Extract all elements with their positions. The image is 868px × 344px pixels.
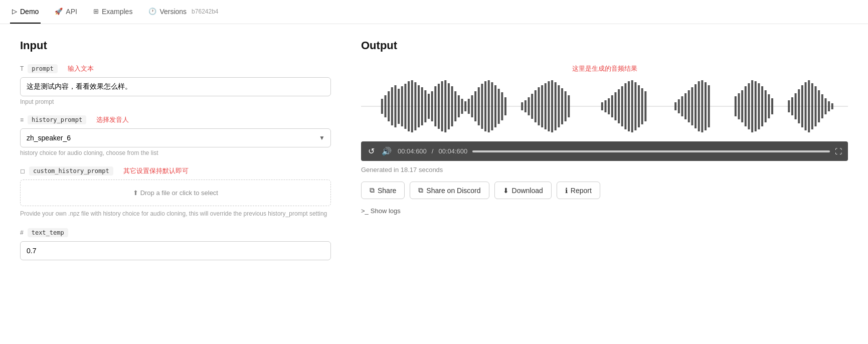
svg-rect-91 [788,100,790,112]
svg-rect-16 [431,91,433,121]
tab-api[interactable]: 🚀 API [53,1,79,24]
svg-rect-87 [761,86,763,126]
time-total: 00:04:600 [438,147,467,155]
upload-icon: ⬆ [133,189,138,197]
svg-rect-49 [555,82,557,130]
svg-rect-23 [454,91,456,121]
prompt-label-row: T prompt 输入文本 [20,64,331,73]
svg-rect-53 [568,95,570,117]
tab-examples[interactable]: ⊞ Examples [91,1,134,24]
svg-rect-6 [398,89,400,124]
show-logs-icon: >_ [361,207,369,215]
tab-versions[interactable]: 🕐 Versions b76242b4 [146,1,220,24]
file-drop-zone[interactable]: ⬆ Drop a file or click to select [20,180,331,206]
svg-rect-31 [481,84,483,129]
svg-rect-13 [421,87,423,125]
svg-rect-70 [681,96,683,116]
prompt-annotation: 输入文本 [68,64,94,73]
svg-rect-47 [548,81,550,131]
svg-rect-73 [691,87,693,125]
history-prompt-select[interactable]: zh_speaker_6 zh_speaker_1 zh_speaker_2 z… [20,128,331,147]
svg-rect-32 [484,81,486,131]
svg-rect-83 [748,83,750,129]
svg-rect-3 [388,91,390,121]
input-title: Input [20,39,331,52]
svg-rect-56 [608,98,610,114]
history-annotation: 选择发音人 [96,115,129,124]
svg-rect-43 [535,90,537,122]
svg-rect-92 [791,97,793,115]
share-label: Share [378,187,396,195]
text-temp-input[interactable] [20,241,331,260]
svg-rect-40 [525,100,527,112]
svg-rect-96 [805,82,807,130]
svg-rect-39 [521,102,523,110]
svg-rect-8 [404,84,406,129]
volume-button[interactable]: 🔊 [381,145,393,157]
svg-rect-15 [428,94,430,119]
tab-demo[interactable]: ▷ Demo [10,1,41,24]
text-temp-icon: # [20,229,24,236]
svg-rect-35 [494,85,496,127]
svg-rect-44 [538,87,540,125]
progress-fill [472,150,830,152]
waveform-display [361,76,848,136]
svg-rect-76 [701,80,703,132]
svg-rect-100 [818,90,820,122]
file-hint: Provide your own .npz file with history … [20,209,331,218]
svg-rect-37 [501,92,503,120]
svg-rect-72 [688,90,690,122]
input-panel: Input T prompt 输入文本 Input prompt ≡ histo… [20,39,331,329]
svg-rect-85 [755,81,757,131]
svg-rect-46 [545,83,547,129]
expand-button[interactable]: ⛶ [835,147,842,155]
tab-api-label: API [66,8,77,16]
report-button[interactable]: ℹ Report [557,182,600,199]
svg-rect-27 [468,99,470,114]
svg-rect-77 [705,82,707,130]
time-separator: / [432,147,434,155]
svg-rect-5 [395,85,397,127]
svg-rect-94 [798,89,800,123]
text-temp-label: text_temp [28,228,68,237]
svg-rect-82 [745,86,747,126]
svg-rect-2 [385,95,387,117]
svg-rect-59 [618,89,620,123]
demo-icon: ▷ [12,8,17,15]
download-button[interactable]: ⬇ Download [494,182,552,199]
svg-rect-65 [638,85,640,127]
restart-button[interactable]: ↺ [367,145,376,157]
svg-rect-71 [684,93,686,119]
svg-rect-66 [641,88,643,124]
svg-rect-103 [828,101,830,111]
svg-rect-36 [498,89,500,124]
show-logs[interactable]: >_ Show logs [361,207,848,215]
examples-icon: ⊞ [93,8,99,15]
progress-bar-container[interactable] [472,150,830,152]
svg-rect-30 [478,87,480,125]
prompt-input[interactable] [20,77,331,96]
svg-rect-69 [678,99,680,113]
svg-rect-95 [801,85,803,127]
svg-rect-28 [471,95,473,117]
output-annotation: 这里是生成的音频结果 [361,64,848,73]
share-button[interactable]: ⧉ Share [361,182,405,199]
svg-rect-1 [381,99,383,114]
share-discord-button[interactable]: ⧉ Share on Discord [410,182,489,199]
history-label: history_prompt [28,115,86,124]
svg-rect-74 [695,84,697,128]
svg-rect-86 [758,83,760,129]
drop-label: Drop a file or click to select [140,189,218,197]
svg-rect-48 [551,80,553,132]
svg-rect-11 [414,82,416,130]
svg-rect-97 [808,80,810,132]
top-navigation: ▷ Demo 🚀 API ⊞ Examples 🕐 Versions b7624… [0,0,868,24]
svg-rect-99 [814,86,816,126]
main-layout: Input T prompt 输入文本 Input prompt ≡ histo… [0,24,868,344]
history-icon: ≡ [20,116,24,123]
audio-controls-bar: ↺ 🔊 00:04:600 / 00:04:600 ⛶ [361,141,848,161]
text-temp-group: # text_temp [20,228,331,260]
svg-rect-41 [528,97,530,115]
svg-rect-78 [708,85,710,127]
svg-rect-21 [448,83,450,129]
